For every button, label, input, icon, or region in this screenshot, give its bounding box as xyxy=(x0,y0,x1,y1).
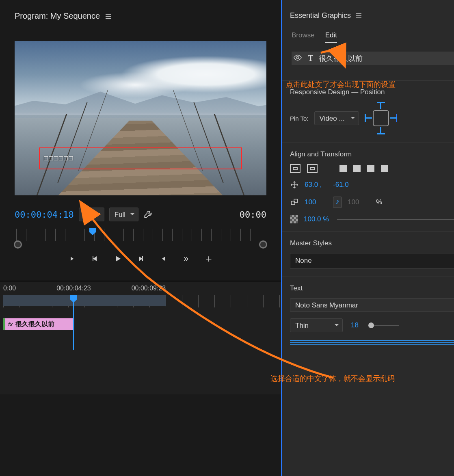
timeline-ruler[interactable] xyxy=(3,295,281,307)
tab-edit[interactable]: Edit xyxy=(325,31,337,43)
font-size-value[interactable]: 18 xyxy=(351,321,359,329)
mark-in-button[interactable] xyxy=(67,253,78,264)
annotation-click-text: 点击此处文字才会出现下面的设置 xyxy=(286,80,432,89)
text-layer-row[interactable]: T 很久很久以前 xyxy=(292,52,454,65)
svg-point-0 xyxy=(296,56,299,59)
tab-browse[interactable]: Browse xyxy=(292,31,315,43)
skip-button[interactable]: » xyxy=(180,253,192,264)
align-distribute-icon[interactable] xyxy=(381,165,388,172)
playhead-timecode[interactable]: 00:00:04:18 xyxy=(15,210,74,220)
step-fwd-button[interactable] xyxy=(135,253,146,264)
program-title-text: Program: My Sequence xyxy=(15,11,100,21)
range-bar[interactable] xyxy=(16,242,265,246)
tl-tick-2: 00:00:09:23 xyxy=(132,285,166,292)
align-vbox-icon[interactable] xyxy=(307,164,318,173)
opacity-slider[interactable] xyxy=(337,219,454,220)
master-style-select[interactable]: None xyxy=(290,253,454,268)
scale-icon xyxy=(290,198,299,207)
in-out-range xyxy=(3,295,166,306)
mini-ruler[interactable] xyxy=(16,229,265,241)
title-safe-box[interactable]: □□□□□□ xyxy=(39,147,242,169)
opacity-icon xyxy=(290,215,298,223)
mark-out-button[interactable] xyxy=(158,253,169,264)
pin-to-label: Pin To: xyxy=(290,115,309,122)
scale-unit: % xyxy=(376,198,382,206)
responsive-section-label: Responsive Design — Position xyxy=(290,88,454,96)
tl-tick-0: 0:00 xyxy=(3,285,16,292)
position-icon xyxy=(290,180,299,189)
text-section-label: Text xyxy=(290,284,454,292)
master-styles-label: Master Styles xyxy=(290,239,454,247)
position-y[interactable]: -61.0 xyxy=(333,181,356,189)
graphic-clip[interactable]: fx 很久很久以前 xyxy=(3,318,74,330)
font-weight-select[interactable]: Thin xyxy=(290,318,343,332)
program-panel-title: Program: My Sequence xyxy=(0,0,281,25)
tl-tick-1: 00:00:04:23 xyxy=(56,285,91,292)
text-layer-label[interactable]: 很久很久以前 xyxy=(319,54,363,63)
font-family-select[interactable]: Noto Sans Myanmar xyxy=(290,298,454,312)
align-section-label: Align and Transform xyxy=(290,150,454,158)
link-scale-icon[interactable] xyxy=(333,197,342,208)
align-top-icon[interactable] xyxy=(339,165,347,172)
position-x[interactable]: 63.0 , xyxy=(305,181,327,189)
program-monitor[interactable]: □□□□□□ xyxy=(15,41,266,195)
pin-anchor-widget[interactable] xyxy=(365,102,397,134)
align-bottom-icon[interactable] xyxy=(367,165,374,172)
clip-label: 很久很久以前 xyxy=(15,320,54,329)
step-back-button[interactable] xyxy=(89,253,101,264)
align-left-icon[interactable] xyxy=(290,340,454,348)
playhead-handle[interactable] xyxy=(89,228,96,235)
opacity-value[interactable]: 100.0 % xyxy=(304,215,329,223)
eye-icon[interactable] xyxy=(293,53,302,63)
font-size-slider[interactable] xyxy=(371,325,399,326)
pin-to-select[interactable]: Video ... xyxy=(314,111,359,125)
fx-badge: fx xyxy=(8,321,13,327)
quality-select[interactable]: Full xyxy=(109,208,138,221)
scale-width[interactable]: 100 xyxy=(305,198,327,206)
play-button[interactable] xyxy=(112,253,123,264)
panel-menu-icon[interactable] xyxy=(106,14,111,19)
add-marker-button[interactable]: + xyxy=(203,253,214,264)
essential-graphics-title: Essential Graphics xyxy=(282,0,454,24)
duration-timecode: 00:00 xyxy=(240,210,266,220)
text-type-icon: T xyxy=(308,54,313,63)
align-hbox-icon[interactable] xyxy=(290,164,301,173)
scale-height: 100 xyxy=(348,198,370,206)
timeline-panel[interactable]: 0:00 00:00:04:23 00:00:09:23 fx 很久很久以前 xyxy=(0,281,281,394)
annotation-choose-font: 选择合适的中文字体，就不会显示乱码 xyxy=(270,374,441,383)
align-middle-icon[interactable] xyxy=(353,165,361,172)
eg-panel-menu-icon[interactable] xyxy=(356,13,361,18)
zoom-select[interactable]: Fit xyxy=(79,208,104,221)
title-text-tofu[interactable]: □□□□□□ xyxy=(44,154,74,162)
wrench-icon[interactable] xyxy=(143,209,154,221)
